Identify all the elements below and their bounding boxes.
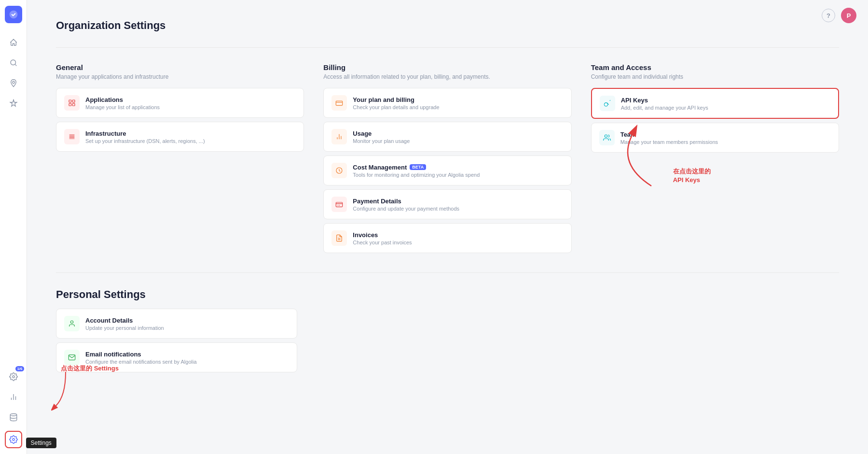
billing-title: Billing xyxy=(323,63,571,71)
api-keys-card[interactable]: API Keys Add, edit, and manage your API … xyxy=(591,88,839,119)
team-subtitle: Manage your team members permissions xyxy=(620,139,831,145)
cost-management-content: Cost Management Beta Tools for monitorin… xyxy=(353,164,563,178)
api-keys-title: API Keys xyxy=(621,97,830,104)
applications-title: Applications xyxy=(85,96,296,103)
api-keys-annotation-text: 在点击这里的API Keys xyxy=(673,167,839,184)
plan-billing-content: Your plan and billing Check your plan de… xyxy=(353,96,563,110)
payment-details-content: Payment Details Configure and update you… xyxy=(353,198,563,212)
email-notifications-content: Email notifications Configure the email … xyxy=(85,351,289,365)
payment-details-title: Payment Details xyxy=(353,198,563,205)
usage-subtitle: Monitor your plan usage xyxy=(353,138,563,144)
email-notifications-card[interactable]: Email notifications Configure the email … xyxy=(56,342,297,372)
account-details-title: Account Details xyxy=(85,317,289,324)
team-card[interactable]: Team Manage your team members permission… xyxy=(591,123,839,153)
plan-billing-subtitle: Check your plan details and upgrade xyxy=(353,104,563,110)
applications-subtitle: Manage your list of applications xyxy=(85,104,296,110)
infrastructure-subtitle: Set up your infrastructure (DSN, alerts,… xyxy=(85,138,296,144)
svg-point-13 xyxy=(605,135,607,137)
invoices-icon xyxy=(331,230,347,246)
team-access-desc: Configure team and individual rights xyxy=(591,73,839,80)
general-title: General xyxy=(56,63,304,71)
settings-arrow-svg xyxy=(51,372,80,411)
usage-icon xyxy=(331,129,347,144)
email-notifications-icon xyxy=(64,350,80,365)
svg-rect-10 xyxy=(336,101,343,105)
api-keys-annotation: 在点击这里的API Keys xyxy=(591,167,839,184)
svg-point-2 xyxy=(12,81,14,84)
sidebar-item-pin2[interactable] xyxy=(5,95,22,112)
usage-content: Usage Monitor your plan usage xyxy=(353,130,563,144)
user-avatar[interactable]: P xyxy=(841,8,856,23)
payment-details-card[interactable]: Payment Details Configure and update you… xyxy=(323,189,571,219)
topbar: ? P xyxy=(822,8,856,23)
svg-rect-12 xyxy=(336,202,343,207)
cost-management-title: Cost Management Beta xyxy=(353,164,563,171)
account-details-subtitle: Update your personal information xyxy=(85,325,289,331)
general-desc: Manage your applications and infrastruct… xyxy=(56,73,304,80)
configure-badge: 1/6 xyxy=(15,366,24,371)
account-details-card[interactable]: Account Details Update your personal inf… xyxy=(56,309,297,339)
plan-billing-title: Your plan and billing xyxy=(353,96,563,103)
payment-details-icon xyxy=(331,197,347,212)
applications-content: Applications Manage your list of applica… xyxy=(85,96,296,110)
svg-point-4 xyxy=(10,414,17,416)
email-notifications-subtitle: Configure the email notifications sent b… xyxy=(85,359,289,365)
billing-desc: Access all information related to your p… xyxy=(323,73,571,80)
infrastructure-title: Infrastructure xyxy=(85,130,296,137)
personal-settings-title: Personal Settings xyxy=(56,288,839,301)
help-button[interactable]: ? xyxy=(822,9,835,22)
settings-tooltip: Settings xyxy=(26,438,56,448)
usage-title: Usage xyxy=(353,130,563,137)
svg-rect-9 xyxy=(72,103,75,106)
infrastructure-card[interactable]: Infrastructure Set up your infrastructur… xyxy=(56,122,304,152)
svg-point-14 xyxy=(70,321,73,323)
svg-point-0 xyxy=(9,11,17,19)
team-icon xyxy=(599,130,615,145)
plan-billing-card[interactable]: Your plan and billing Check your plan de… xyxy=(323,88,571,118)
sidebar-item-home[interactable] xyxy=(5,34,22,51)
invoices-card[interactable]: Invoices Check your past invoices xyxy=(323,223,571,253)
sidebar-item-search[interactable] xyxy=(5,54,22,71)
account-details-icon xyxy=(64,316,80,331)
sidebar-item-pin[interactable] xyxy=(5,74,22,92)
cost-management-icon xyxy=(331,163,347,178)
org-settings-grid: General Manage your applications and inf… xyxy=(56,63,839,257)
team-content: Team Manage your team members permission… xyxy=(620,131,831,145)
team-access-title: Team and Access xyxy=(591,63,839,71)
usage-card[interactable]: Usage Monitor your plan usage xyxy=(323,122,571,152)
api-keys-icon xyxy=(600,96,615,111)
svg-point-5 xyxy=(12,439,14,441)
svg-point-1 xyxy=(11,60,16,65)
general-column: General Manage your applications and inf… xyxy=(56,63,304,257)
team-title: Team xyxy=(620,131,831,138)
app-logo[interactable] xyxy=(5,6,22,23)
infrastructure-content: Infrastructure Set up your infrastructur… xyxy=(85,130,296,144)
cost-management-card[interactable]: Cost Management Beta Tools for monitorin… xyxy=(323,156,571,185)
applications-icon xyxy=(64,95,80,111)
svg-rect-8 xyxy=(69,103,71,106)
sidebar-item-database[interactable] xyxy=(5,409,22,426)
invoices-title: Invoices xyxy=(353,231,563,239)
sidebar-item-chart[interactable] xyxy=(5,388,22,406)
invoices-content: Invoices Check your past invoices xyxy=(353,231,563,245)
settings-nav-item[interactable]: Settings xyxy=(5,431,22,448)
svg-rect-7 xyxy=(72,100,75,102)
invoices-subtitle: Check your past invoices xyxy=(353,240,563,245)
payment-details-subtitle: Configure and update your payment method… xyxy=(353,206,563,212)
email-notifications-title: Email notifications xyxy=(85,351,289,358)
applications-card[interactable]: Applications Manage your list of applica… xyxy=(56,88,304,118)
team-access-column: Team and Access Configure team and indiv… xyxy=(591,63,839,257)
sidebar-item-configure[interactable]: 1/6 xyxy=(5,368,22,385)
api-keys-subtitle: Add, edit, and manage your API keys xyxy=(621,105,830,111)
billing-column: Billing Access all information related t… xyxy=(323,63,571,257)
infrastructure-icon xyxy=(64,129,80,144)
personal-settings-area: Account Details Update your personal inf… xyxy=(56,309,297,372)
plan-billing-icon xyxy=(331,95,347,111)
org-settings-title: Organization Settings xyxy=(56,19,839,32)
cost-management-badge: Beta xyxy=(410,164,426,170)
svg-rect-6 xyxy=(69,100,71,102)
api-keys-content: API Keys Add, edit, and manage your API … xyxy=(621,97,830,111)
account-details-content: Account Details Update your personal inf… xyxy=(85,317,289,331)
svg-point-3 xyxy=(12,376,14,378)
cost-management-subtitle: Tools for monitoring and optimizing your… xyxy=(353,172,563,178)
